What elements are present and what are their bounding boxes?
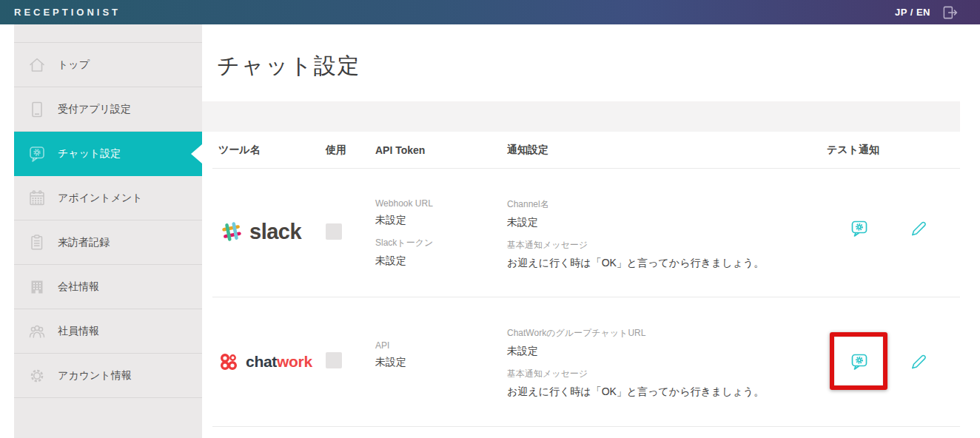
sidebar-item-label: トップ	[58, 58, 90, 72]
col-header-test-notification: テスト通知	[807, 144, 960, 157]
field-value: お迎えに行く時は「OK」と言ってから行きましょう。	[507, 257, 807, 270]
field-value: お迎えに行く時は「OK」と言ってから行きましょう。	[507, 385, 807, 399]
table-row-chatwork: chatwork API 未設定 ChatWorkのグループチャットURL 未設…	[212, 297, 960, 427]
sidebar-item-label: アカウント情報	[58, 369, 132, 383]
sidebar-item-company-info[interactable]: 会社情報	[14, 265, 202, 309]
language-toggle[interactable]: JP / EN	[895, 7, 930, 18]
building-icon	[27, 277, 47, 297]
slack-logo: slack	[218, 218, 326, 246]
field-value: 未設定	[375, 356, 507, 369]
sidebar-nav: トップ 受付アプリ設定 チャット設定	[14, 24, 202, 438]
sidebar-item-appointments[interactable]: アポイントメント	[14, 176, 202, 220]
slack-edit-button[interactable]	[909, 219, 928, 238]
field-value: 未設定	[507, 345, 807, 358]
sidebar-item-chat-settings[interactable]: チャット設定	[14, 132, 202, 176]
sidebar-item-top[interactable]: トップ	[14, 43, 202, 87]
field-label: Webhook URL	[375, 198, 507, 209]
slack-wordmark: slack	[249, 220, 301, 244]
chatwork-logo: chatwork	[218, 351, 326, 373]
slack-hash-icon	[218, 218, 245, 246]
clipboard-icon	[27, 233, 47, 252]
toolbar-band	[202, 101, 960, 132]
sidebar-item-label: アポイントメント	[58, 192, 143, 205]
field-label: Channel名	[507, 198, 807, 211]
chatwork-test-notification-button[interactable]	[850, 352, 869, 371]
chat-gear-icon	[850, 219, 869, 238]
col-header-api-token: API Token	[375, 144, 507, 156]
chat-settings-icon	[27, 144, 47, 164]
app-brand: RECEPTIONIST	[14, 7, 121, 18]
pencil-icon	[909, 219, 928, 238]
chatwork-edit-button[interactable]	[909, 352, 928, 371]
sidebar-item-reception-app[interactable]: 受付アプリ設定	[14, 87, 202, 132]
field-value: 未設定	[375, 214, 507, 227]
field-label: Slackトークン	[375, 237, 507, 249]
col-header-use: 使用	[326, 144, 375, 157]
sidebar-item-employee-info[interactable]: 社員情報	[14, 309, 202, 354]
home-icon	[27, 55, 47, 75]
table-row-slack: slack Webhook URL 未設定 Slackトークン 未設定 Chan…	[212, 169, 960, 297]
sidebar-item-label: 社員情報	[58, 325, 99, 338]
tablet-icon	[27, 100, 47, 119]
chat-tools-table: ツール名 使用 API Token 通知設定 テスト通知	[212, 132, 960, 427]
chat-gear-icon	[850, 352, 869, 371]
pencil-icon	[909, 352, 928, 371]
slack-test-notification-button[interactable]	[850, 219, 869, 238]
col-header-tool: ツール名	[212, 144, 326, 157]
field-value: 未設定	[507, 216, 807, 229]
sidebar-item-account-info[interactable]: アカウント情報	[14, 354, 202, 398]
table-header-row: ツール名 使用 API Token 通知設定 テスト通知	[212, 132, 960, 169]
people-icon	[27, 322, 47, 341]
sidebar-item-visitor-log[interactable]: 来訪者記録	[14, 220, 202, 265]
sidebar-item-label: 来訪者記録	[58, 236, 110, 249]
logout-icon[interactable]	[942, 4, 958, 21]
top-header-bar: RECEPTIONIST JP / EN	[0, 0, 980, 24]
slack-use-checkbox[interactable]	[326, 223, 342, 240]
field-label: ChatWorkのグループチャットURL	[507, 327, 807, 340]
main-content: チャット設定 ツール名 使用 API Token 通知設定 テスト通知	[202, 24, 980, 438]
sidebar-item-label: チャット設定	[58, 147, 121, 161]
field-value: 未設定	[375, 255, 507, 268]
col-header-notification: 通知設定	[507, 144, 807, 157]
sidebar-scrolled-item-remnant	[14, 24, 202, 43]
field-label: API	[375, 340, 507, 351]
chatwork-wordmark: chatwork	[246, 353, 312, 371]
gear-icon	[27, 366, 47, 385]
calendar-icon	[27, 189, 47, 208]
page-title: チャット設定	[217, 51, 361, 81]
field-label: 基本通知メッセージ	[507, 239, 807, 252]
chatwork-use-checkbox[interactable]	[326, 352, 342, 368]
chatwork-rings-icon	[218, 351, 241, 373]
sidebar-item-label: 受付アプリ設定	[58, 103, 131, 116]
sidebar-item-label: 会社情報	[58, 280, 99, 294]
field-label: 基本通知メッセージ	[507, 368, 807, 380]
